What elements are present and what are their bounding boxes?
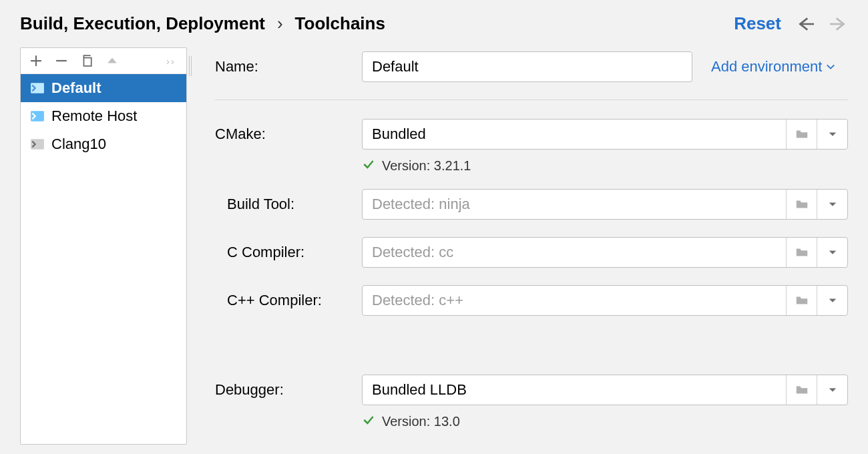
cmake-label: CMake:: [215, 126, 362, 143]
toolchain-item-label: Default: [51, 79, 101, 97]
svg-rect-0: [84, 58, 91, 66]
breadcrumb-header: Build, Execution, Deployment › Toolchain…: [0, 0, 868, 47]
copy-button[interactable]: [79, 53, 94, 68]
row-c-compiler: C Compiler:: [215, 237, 848, 268]
browse-button[interactable]: [786, 375, 817, 405]
cmake-input[interactable]: [363, 120, 786, 149]
cpp-compiler-label: C++ Compiler:: [215, 292, 362, 309]
breadcrumb-parent[interactable]: Build, Execution, Deployment: [20, 13, 265, 34]
c-compiler-input[interactable]: [363, 238, 786, 267]
debugger-input[interactable]: [363, 375, 786, 405]
dropdown-button[interactable]: [817, 120, 847, 149]
move-up-button[interactable]: [105, 53, 120, 68]
toolchain-list: Default Remote Host Clang10: [21, 74, 186, 158]
toolchain-item-label: Clang10: [51, 136, 106, 153]
add-environment-label: Add environment: [711, 58, 822, 75]
svg-rect-1: [31, 83, 44, 93]
sidebar-toolbar: ››: [21, 48, 186, 74]
header-actions: Reset: [734, 13, 848, 34]
toolchain-item-default[interactable]: Default: [21, 74, 186, 102]
toolchain-icon: [30, 137, 45, 152]
dropdown-button[interactable]: [817, 190, 847, 219]
browse-button[interactable]: [786, 190, 817, 219]
browse-button[interactable]: [786, 120, 817, 149]
name-label: Name:: [215, 58, 362, 75]
check-icon: [362, 413, 375, 430]
toolchain-item-remote[interactable]: Remote Host: [21, 102, 186, 130]
nav-back-button[interactable]: [796, 15, 815, 33]
dropdown-button[interactable]: [817, 286, 847, 315]
cmake-field: [362, 119, 848, 150]
debugger-version-status: Version: 13.0: [362, 413, 848, 430]
build-tool-field: [362, 189, 848, 220]
row-debugger: Debugger:: [215, 375, 848, 405]
c-compiler-label: C Compiler:: [215, 244, 362, 261]
debugger-label: Debugger:: [215, 381, 362, 399]
add-environment-button[interactable]: Add environment: [711, 58, 835, 75]
cmake-version-text: Version: 3.21.1: [382, 158, 471, 174]
settings-body: ›› Default Remote Host Clang10: [0, 47, 868, 445]
add-button[interactable]: [29, 53, 43, 68]
browse-button[interactable]: [786, 286, 817, 315]
row-cmake: CMake:: [215, 119, 848, 150]
reset-button[interactable]: Reset: [734, 13, 781, 34]
svg-rect-2: [31, 111, 44, 121]
row-build-tool: Build Tool:: [215, 189, 848, 220]
toolchain-icon: [30, 81, 45, 95]
toolchain-item-clang10[interactable]: Clang10: [21, 130, 186, 158]
row-cpp-compiler: C++ Compiler:: [215, 285, 848, 316]
remove-button[interactable]: [54, 53, 69, 68]
remote-icon: [30, 109, 45, 124]
cpp-compiler-input[interactable]: [363, 286, 786, 315]
dropdown-button[interactable]: [817, 375, 847, 405]
build-tool-input[interactable]: [363, 190, 786, 219]
debugger-version-text: Version: 13.0: [382, 414, 460, 429]
toolchain-form: Name: Add environment CMake:: [187, 47, 848, 445]
build-tool-label: Build Tool:: [215, 196, 362, 213]
breadcrumb: Build, Execution, Deployment › Toolchain…: [20, 13, 734, 34]
debugger-field: [362, 375, 848, 405]
check-icon: [362, 158, 375, 174]
cpp-compiler-field: [362, 285, 848, 316]
divider: [215, 99, 848, 100]
breadcrumb-current: Toolchains: [295, 13, 385, 34]
svg-rect-3: [31, 139, 44, 149]
chevron-down-icon: [826, 62, 835, 71]
dropdown-button[interactable]: [817, 238, 847, 267]
expand-button[interactable]: ››: [164, 53, 178, 68]
toolchain-sidebar: ›› Default Remote Host Clang10: [20, 47, 187, 445]
nav-forward-button[interactable]: [829, 15, 848, 33]
browse-button[interactable]: [786, 238, 817, 267]
chevron-right-icon: ›: [277, 13, 283, 34]
row-name: Name: Add environment: [215, 51, 848, 82]
splitter-handle[interactable]: [186, 51, 192, 444]
name-input[interactable]: [362, 51, 692, 82]
cmake-version-status: Version: 3.21.1: [362, 158, 848, 174]
c-compiler-field: [362, 237, 848, 268]
toolchain-item-label: Remote Host: [51, 107, 137, 125]
